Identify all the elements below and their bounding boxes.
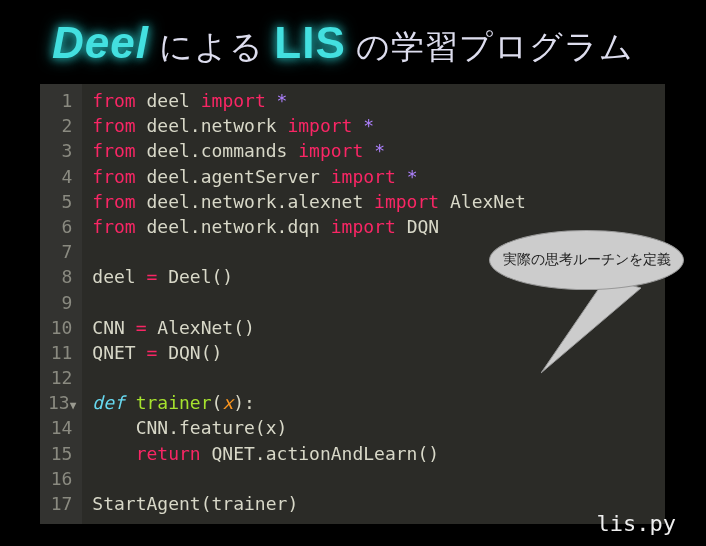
line-num: 16 [48, 466, 72, 491]
code-line [92, 239, 526, 264]
filename-label: lis.py [597, 511, 676, 536]
line-num: 15 [48, 441, 72, 466]
code-line: return QNET.actionAndLearn() [92, 441, 526, 466]
line-num: 6 [48, 214, 72, 239]
line-num: 5 [48, 189, 72, 214]
title-mid2: の学習プログラム [346, 28, 634, 65]
code-line: from deel.network import * [92, 113, 526, 138]
line-num: 7 [48, 239, 72, 264]
code-line: from deel.network.dqn import DQN [92, 214, 526, 239]
title-deel: Deel [52, 18, 149, 67]
code-body: from deel import * from deel.network imp… [82, 84, 526, 524]
line-num: 17 [48, 491, 72, 516]
line-num: 9 [48, 290, 72, 315]
title-lis: LIS [274, 18, 345, 67]
line-num: 4 [48, 164, 72, 189]
code-line: CNN = AlexNet() [92, 315, 526, 340]
code-line: from deel import * [92, 88, 526, 113]
line-num: 11 [48, 340, 72, 365]
line-num: 13▼ [48, 390, 72, 415]
code-line: StartAgent(trainer) [92, 491, 526, 516]
line-num: 2 [48, 113, 72, 138]
fold-icon[interactable]: ▼ [70, 399, 77, 412]
code-line: def trainer(x): [92, 390, 526, 415]
line-gutter: 1 2 3 4 5 6 7 8 9 10 11 12 13▼ 14 15 16 … [40, 84, 82, 524]
slide-title: Deel による LIS の学習プログラム [0, 0, 706, 70]
line-num: 8 [48, 264, 72, 289]
code-line: from deel.network.alexnet import AlexNet [92, 189, 526, 214]
line-num: 3 [48, 138, 72, 163]
code-line: CNN.feature(x) [92, 415, 526, 440]
line-num: 12 [48, 365, 72, 390]
code-line [92, 365, 526, 390]
line-num: 1 [48, 88, 72, 113]
line-num: 14 [48, 415, 72, 440]
balloon-text: 実際の思考ルーチンを定義 [503, 251, 671, 269]
svg-marker-0 [541, 278, 641, 373]
code-line: deel = Deel() [92, 264, 526, 289]
title-mid1: による [149, 28, 274, 65]
code-line: QNET = DQN() [92, 340, 526, 365]
code-line: from deel.commands import * [92, 138, 526, 163]
code-line [92, 466, 526, 491]
annotation-balloon: 実際の思考ルーチンを定義 [489, 230, 684, 290]
code-line: from deel.agentServer import * [92, 164, 526, 189]
line-num: 10 [48, 315, 72, 340]
code-line [92, 290, 526, 315]
